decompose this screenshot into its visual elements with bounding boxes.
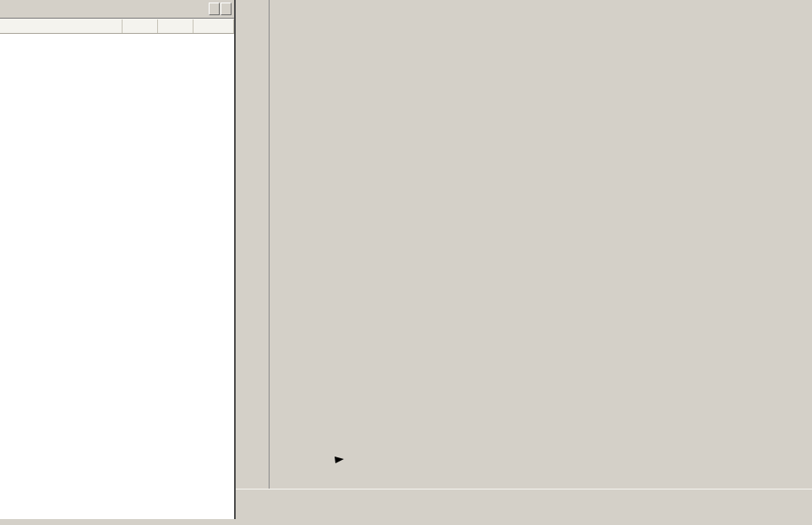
column-header-show [122, 19, 157, 33]
y-axis-line [289, 460, 337, 466]
column-header-hide [157, 19, 193, 33]
model-browser-panel [0, 0, 236, 519]
tab-scroll-right-icon[interactable] [221, 3, 232, 15]
graphics-viewport[interactable] [269, 0, 812, 489]
y-axis-arrowhead [335, 457, 344, 463]
view-toolbar [236, 0, 269, 489]
column-header-isolate [193, 19, 234, 33]
x-axis-line [287, 436, 289, 466]
bottom-toolbar [236, 489, 812, 513]
axes-triad [271, 404, 373, 480]
tab-scroll-left-icon[interactable] [209, 3, 220, 15]
tab-scroll-buttons [209, 3, 232, 15]
browser-column-header [0, 19, 234, 34]
browser-tab-bar [0, 0, 234, 19]
entity-tree [0, 34, 234, 506]
